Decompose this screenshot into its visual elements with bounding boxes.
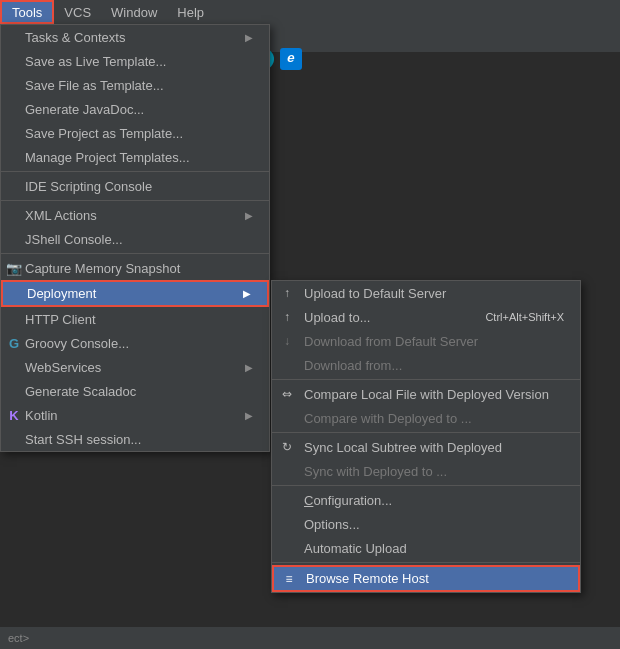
menu-item-webservices[interactable]: WebServices ▶ xyxy=(1,355,269,379)
menu-item-http-client[interactable]: HTTP Client xyxy=(1,307,269,331)
separator-1 xyxy=(1,171,269,172)
status-bar: ect> xyxy=(0,627,620,649)
submenu-download-from: Download from... xyxy=(272,353,580,377)
camera-icon: 📷 xyxy=(7,261,21,276)
submenu-browse-remote[interactable]: ≡ Browse Remote Host xyxy=(272,565,580,592)
arrow-icon: ▶ xyxy=(245,32,253,43)
submenu-separator-3 xyxy=(272,485,580,486)
menu-item-save-project[interactable]: Save Project as Template... xyxy=(1,121,269,145)
submenu-automatic-upload[interactable]: Automatic Upload xyxy=(272,536,580,560)
menu-help[interactable]: Help xyxy=(167,0,214,24)
submenu-compare-local[interactable]: ⇔ Compare Local File with Deployed Versi… xyxy=(272,382,580,406)
compare-icon: ⇔ xyxy=(280,387,294,401)
arrow-icon-4: ▶ xyxy=(245,362,253,373)
menu-item-ide-scripting[interactable]: IDE Scripting Console xyxy=(1,174,269,198)
submenu-options[interactable]: Options... xyxy=(272,512,580,536)
menu-item-ssh[interactable]: Start SSH session... xyxy=(1,427,269,451)
submenu-configuration[interactable]: Configuration... xyxy=(272,488,580,512)
submenu-sync-with: Sync with Deployed to ... xyxy=(272,459,580,483)
shortcut-label: Ctrl+Alt+Shift+X xyxy=(485,311,564,323)
menu-item-deployment[interactable]: Deployment ▶ ↑ Upload to Default Server … xyxy=(1,280,269,307)
submenu-separator-4 xyxy=(272,562,580,563)
deployment-submenu: ↑ Upload to Default Server ↑ Upload to..… xyxy=(271,280,581,593)
separator-3 xyxy=(1,253,269,254)
submenu-upload-to[interactable]: ↑ Upload to... Ctrl+Alt+Shift+X xyxy=(272,305,580,329)
menu-item-save-live[interactable]: Save as Live Template... xyxy=(1,49,269,73)
menu-tools[interactable]: Tools xyxy=(0,0,54,24)
sync-icon: ↻ xyxy=(280,440,294,454)
arrow-icon-2: ▶ xyxy=(245,210,253,221)
menu-item-xml-actions[interactable]: XML Actions ▶ xyxy=(1,203,269,227)
submenu-separator-1 xyxy=(272,379,580,380)
arrow-icon-3: ▶ xyxy=(243,288,251,299)
status-text: ect> xyxy=(8,632,29,644)
upload-icon-2: ↑ xyxy=(280,310,294,324)
ie-icon: e xyxy=(280,48,302,70)
menu-item-save-file[interactable]: Save File as Template... xyxy=(1,73,269,97)
browse-icon: ≡ xyxy=(282,572,296,586)
kotlin-icon: K xyxy=(7,408,21,423)
menu-item-scaladoc[interactable]: Generate Scaladoc xyxy=(1,379,269,403)
menu-item-javadoc[interactable]: Generate JavaDoc... xyxy=(1,97,269,121)
submenu-separator-2 xyxy=(272,432,580,433)
menu-vcs[interactable]: VCS xyxy=(54,0,101,24)
menu-item-jshell[interactable]: JShell Console... xyxy=(1,227,269,251)
upload-icon: ↑ xyxy=(280,286,294,300)
menu-window[interactable]: Window xyxy=(101,0,167,24)
menu-item-groovy[interactable]: G Groovy Console... xyxy=(1,331,269,355)
submenu-compare-with: Compare with Deployed to ... xyxy=(272,406,580,430)
submenu-upload-default[interactable]: ↑ Upload to Default Server xyxy=(272,281,580,305)
menubar: Tools VCS Window Help xyxy=(0,0,620,24)
menu-item-manage-templates[interactable]: Manage Project Templates... xyxy=(1,145,269,169)
submenu-download-default: ↓ Download from Default Server xyxy=(272,329,580,353)
download-icon: ↓ xyxy=(280,334,294,348)
separator-2 xyxy=(1,200,269,201)
menu-item-tasks[interactable]: Tasks & Contexts ▶ xyxy=(1,25,269,49)
tools-dropdown-menu: Tasks & Contexts ▶ Save as Live Template… xyxy=(0,24,270,452)
menu-item-capture-memory[interactable]: 📷 Capture Memory Snapshot xyxy=(1,256,269,280)
arrow-icon-5: ▶ xyxy=(245,410,253,421)
menu-item-kotlin[interactable]: K Kotlin ▶ xyxy=(1,403,269,427)
submenu-sync-local[interactable]: ↻ Sync Local Subtree with Deployed xyxy=(272,435,580,459)
groovy-icon: G xyxy=(7,336,21,351)
